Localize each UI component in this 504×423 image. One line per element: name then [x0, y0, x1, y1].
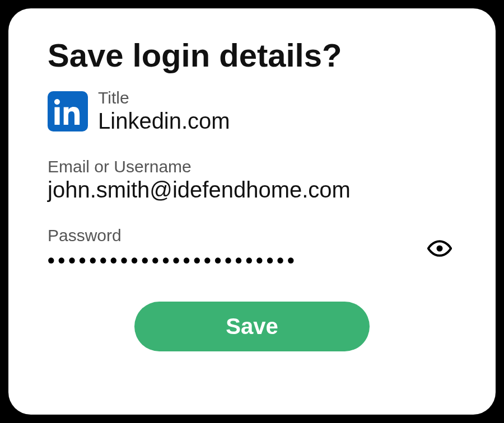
site-title-row: Title Linkedin.com: [48, 88, 456, 134]
dialog-heading: Save login details?: [48, 36, 456, 74]
svg-point-0: [437, 246, 443, 252]
password-field: Password ••••••••••••••••••••••••: [48, 226, 456, 271]
save-login-dialog: Save login details? Title Linkedin.com E…: [8, 8, 496, 415]
title-label: Title: [98, 88, 230, 107]
eye-icon: [427, 236, 452, 261]
password-label: Password: [48, 226, 297, 245]
username-label: Email or Username: [48, 157, 456, 176]
site-title-text: Title Linkedin.com: [98, 88, 230, 134]
toggle-password-visibility[interactable]: [423, 232, 456, 265]
title-value: Linkedin.com: [98, 109, 230, 134]
linkedin-icon: [48, 91, 88, 131]
username-field: Email or Username john.smith@idefendhome…: [48, 157, 456, 203]
save-button[interactable]: Save: [134, 302, 370, 351]
password-masked: ••••••••••••••••••••••••: [48, 251, 297, 271]
username-value: john.smith@idefendhome.com: [48, 177, 456, 203]
